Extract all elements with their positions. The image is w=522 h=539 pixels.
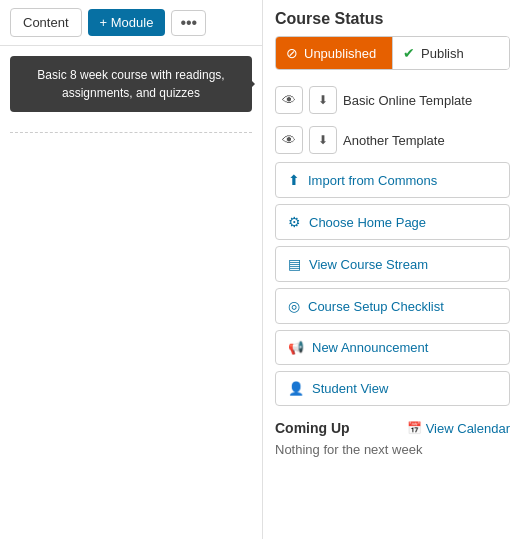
calendar-icon: 📅	[407, 421, 422, 435]
template-1-download-button[interactable]: ⬇	[309, 126, 337, 154]
view-calendar-link[interactable]: 📅 View Calendar	[407, 421, 510, 436]
stream-icon: ▤	[288, 256, 301, 272]
choose-home-page-button[interactable]: ⚙ Choose Home Page	[275, 204, 510, 240]
template-0-download-button[interactable]: ⬇	[309, 86, 337, 114]
ban-icon: ⊘	[286, 45, 298, 61]
publish-toggle: ⊘ Unpublished ✔ Publish	[275, 36, 510, 70]
eye-icon: 👁	[282, 92, 296, 108]
new-announcement-button[interactable]: 📢 New Announcement	[275, 330, 510, 365]
coming-up-header: Coming Up 📅 View Calendar	[275, 420, 510, 436]
left-panel: Content + Module ••• Basic 8 week course…	[0, 0, 263, 539]
download-icon: ⬇	[318, 93, 328, 107]
toolbar: Content + Module •••	[0, 0, 262, 46]
unpublished-button[interactable]: ⊘ Unpublished	[276, 37, 392, 69]
module-button[interactable]: + Module	[88, 9, 166, 36]
announce-icon: 📢	[288, 340, 304, 355]
checklist-icon: ◎	[288, 298, 300, 314]
template-1-name: Another Template	[343, 133, 445, 148]
view-course-stream-button[interactable]: ▤ View Course Stream	[275, 246, 510, 282]
student-icon: 👤	[288, 381, 304, 396]
student-view-button[interactable]: 👤 Student View	[275, 371, 510, 406]
announce-label: New Announcement	[312, 340, 428, 355]
check-icon: ✔	[403, 45, 415, 61]
student-label: Student View	[312, 381, 388, 396]
course-status-title: Course Status	[275, 10, 510, 28]
checklist-label: Course Setup Checklist	[308, 299, 444, 314]
unpublished-label: Unpublished	[304, 46, 376, 61]
template-row-0: 👁 ⬇ Basic Online Template	[275, 82, 510, 118]
view-calendar-label: View Calendar	[426, 421, 510, 436]
coming-up-title: Coming Up	[275, 420, 350, 436]
template-0-name: Basic Online Template	[343, 93, 472, 108]
template-1-eye-button[interactable]: 👁	[275, 126, 303, 154]
course-setup-checklist-button[interactable]: ◎ Course Setup Checklist	[275, 288, 510, 324]
course-tooltip: Basic 8 week course with readings, assig…	[10, 56, 252, 112]
home-icon: ⚙	[288, 214, 301, 230]
publish-label: Publish	[421, 46, 464, 61]
template-0-eye-button[interactable]: 👁	[275, 86, 303, 114]
tooltip-text: Basic 8 week course with readings, assig…	[37, 68, 224, 100]
content-button[interactable]: Content	[10, 8, 82, 37]
right-panel: Course Status ⊘ Unpublished ✔ Publish 👁 …	[263, 0, 522, 539]
publish-button[interactable]: ✔ Publish	[392, 37, 509, 69]
more-button[interactable]: •••	[171, 10, 206, 36]
import-label: Import from Commons	[308, 173, 437, 188]
import-from-commons-button[interactable]: ⬆ Import from Commons	[275, 162, 510, 198]
download-icon-1: ⬇	[318, 133, 328, 147]
eye-icon-1: 👁	[282, 132, 296, 148]
import-icon: ⬆	[288, 172, 300, 188]
coming-up-empty: Nothing for the next week	[275, 442, 510, 457]
home-label: Choose Home Page	[309, 215, 426, 230]
divider	[10, 132, 252, 133]
template-row-1: 👁 ⬇ Another Template	[275, 122, 510, 158]
stream-label: View Course Stream	[309, 257, 428, 272]
coming-up-section: Coming Up 📅 View Calendar Nothing for th…	[275, 420, 510, 457]
